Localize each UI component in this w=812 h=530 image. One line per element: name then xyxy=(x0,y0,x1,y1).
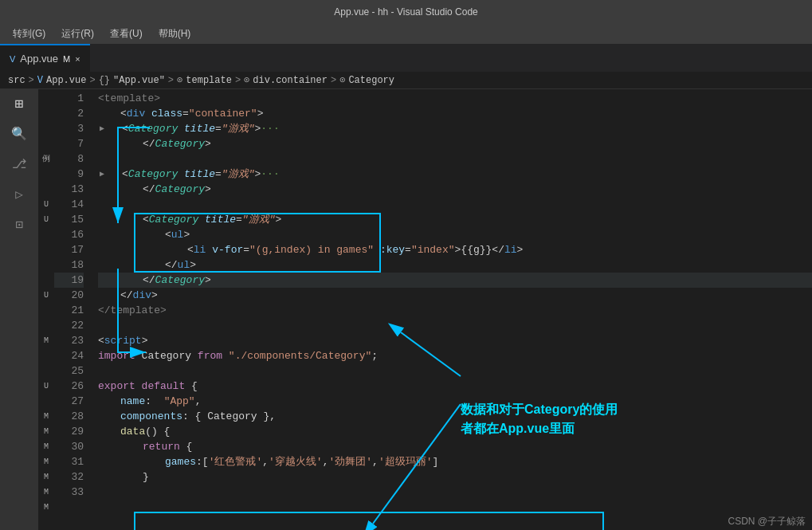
code-line-28: components: { Category }, xyxy=(98,409,812,424)
gutter-label xyxy=(38,167,54,182)
activity-icon-source-control[interactable]: ⎇ xyxy=(8,153,30,175)
breadcrumb-src[interactable]: src xyxy=(8,75,25,86)
code-line-13: </Category> xyxy=(98,182,812,197)
breadcrumb-sep-2: > xyxy=(89,75,95,86)
code-line-21: </template> xyxy=(98,303,812,318)
tab-modified: M xyxy=(63,54,70,64)
gutter-label: U xyxy=(38,288,54,303)
breadcrumb-category[interactable]: Category xyxy=(348,75,394,86)
tab-bar: V App.vue M × xyxy=(0,44,812,72)
activity-icon-search[interactable]: 🔍 xyxy=(8,123,30,145)
breadcrumb-obj-icon: {} xyxy=(99,75,110,86)
gutter-label xyxy=(38,257,54,273)
activity-icon-explorer[interactable]: ⊞ xyxy=(8,92,30,115)
code-line-1: <template> xyxy=(98,91,812,106)
gutter-label xyxy=(38,348,54,363)
tab-label: App.vue xyxy=(20,53,58,65)
code-line-23: <script> xyxy=(98,333,812,348)
gutter-label: U xyxy=(38,197,54,212)
gutter-label xyxy=(38,273,54,288)
gutter-label xyxy=(38,394,54,409)
code-line-3: ▶ <Category title="游戏"> ··· xyxy=(98,121,812,136)
breadcrumb-vue-icon: V xyxy=(37,75,43,86)
git-gutter: 例 U U U M U M M M M M M M xyxy=(38,89,54,530)
gutter-label: M xyxy=(38,454,54,469)
editor-area[interactable]: 1 2 3 7 8 9 13 14 15 16 17 18 19 20 21 2… xyxy=(54,89,812,500)
gutter-label xyxy=(38,136,54,151)
gutter-label xyxy=(38,227,54,242)
code-line-8 xyxy=(98,151,812,167)
menu-item-run[interactable]: 运行(R) xyxy=(55,26,100,42)
gutter-label: M xyxy=(38,439,54,454)
code-line-18: </ul> xyxy=(98,257,812,273)
breadcrumb-obj-label[interactable]: "App.vue" xyxy=(113,75,165,86)
breadcrumb-template-icon: ⊙ xyxy=(177,74,182,86)
code-line-15: <Category title="游戏"> xyxy=(98,212,812,227)
menu-item-view[interactable]: 查看(U) xyxy=(104,26,149,42)
fold-indicator-3[interactable]: ▶ xyxy=(98,121,106,136)
breadcrumb-category-icon: ⊙ xyxy=(339,74,345,86)
gutter-label: M xyxy=(38,500,54,515)
gutter-label xyxy=(38,121,54,136)
line-numbers: 1 2 3 7 8 9 13 14 15 16 17 18 19 20 21 2… xyxy=(54,89,90,500)
gutter-label xyxy=(38,182,54,197)
gutter-label xyxy=(38,106,54,121)
status-text: CSDN @子子鲸落 xyxy=(728,516,806,527)
gutter-label: U xyxy=(38,212,54,227)
annotation-box-data xyxy=(134,512,604,530)
gutter-label: M xyxy=(38,485,54,500)
code-line-19: </Category> xyxy=(98,273,812,288)
code-line-26: export default { xyxy=(98,379,812,394)
code-line-7: </Category> xyxy=(98,136,812,151)
gutter-label xyxy=(38,91,54,106)
menu-bar: 转到(G) 运行(R) 查看(U) 帮助(H) xyxy=(0,24,812,44)
tab-app-vue[interactable]: V App.vue M × xyxy=(0,44,90,72)
code-line-32: } xyxy=(98,469,812,485)
code-editor[interactable]: <template> <div class="container"> ▶ <Ca… xyxy=(90,89,812,500)
menu-item-goto[interactable]: 转到(G) xyxy=(6,26,52,42)
code-line-20: </div> xyxy=(98,288,812,303)
activity-bar: ⊞ 🔍 ⎇ ▷ ⊡ xyxy=(0,89,38,530)
gutter-label: 例 xyxy=(38,151,54,167)
code-line-31: games:['红色警戒','穿越火线','劲舞团','超级玛丽'] xyxy=(98,454,812,469)
code-line-27: name: "App", xyxy=(98,394,812,409)
gutter-label: M xyxy=(38,409,54,424)
vue-icon: V xyxy=(10,54,15,64)
breadcrumb-template[interactable]: template xyxy=(186,75,232,86)
gutter-label xyxy=(38,303,54,318)
editor-wrapper: 数据和对于Category的使用者都在App.vue里面 1 2 3 7 8 9… xyxy=(54,89,812,530)
breadcrumb-sep-5: > xyxy=(331,75,336,86)
code-line-24: import Category from "./components/Categ… xyxy=(98,348,812,363)
code-line-9: ▶ <Category title="游戏"> ··· xyxy=(98,167,812,182)
breadcrumb-container-icon: ⊙ xyxy=(244,74,249,86)
title-bar: App.vue - hh - Visual Studio Code xyxy=(0,0,812,24)
gutter-label: M xyxy=(38,333,54,348)
code-line-25 xyxy=(98,363,812,379)
code-line-29: data() { xyxy=(98,424,812,439)
code-line-22 xyxy=(98,318,812,333)
gutter-label: M xyxy=(38,424,54,439)
fold-indicator-9[interactable]: ▶ xyxy=(98,167,106,182)
activity-icon-debug[interactable]: ▷ xyxy=(8,183,30,206)
breadcrumb-container[interactable]: div.container xyxy=(253,75,328,86)
tab-close-button[interactable]: × xyxy=(75,54,80,64)
menu-item-help[interactable]: 帮助(H) xyxy=(152,26,198,42)
main-layout: ⊞ 🔍 ⎇ ▷ ⊡ 例 U U U M U M M M M M M M xyxy=(0,89,812,530)
code-line-2: <div class="container"> xyxy=(98,106,812,121)
breadcrumb-sep-1: > xyxy=(29,75,34,86)
window-title: App.vue - hh - Visual Studio Code xyxy=(334,6,478,18)
code-line-14 xyxy=(98,197,812,212)
gutter-label xyxy=(38,242,54,257)
gutter-label: U xyxy=(38,379,54,394)
gutter-label xyxy=(38,363,54,379)
status-bar: CSDN @子子鲸落 xyxy=(721,513,812,530)
breadcrumb-file[interactable]: App.vue xyxy=(46,75,86,86)
breadcrumb-sep-4: > xyxy=(235,75,241,86)
breadcrumb: src > V App.vue > {} "App.vue" > ⊙ templ… xyxy=(0,72,812,89)
activity-icon-extensions[interactable]: ⊡ xyxy=(8,214,30,236)
code-line-16: <ul> xyxy=(98,227,812,242)
code-line-17: <li v-for="(g,index) in games" :key="ind… xyxy=(98,242,812,257)
gutter-label: M xyxy=(38,469,54,485)
gutter-label xyxy=(38,318,54,333)
code-line-30: return { xyxy=(98,439,812,454)
